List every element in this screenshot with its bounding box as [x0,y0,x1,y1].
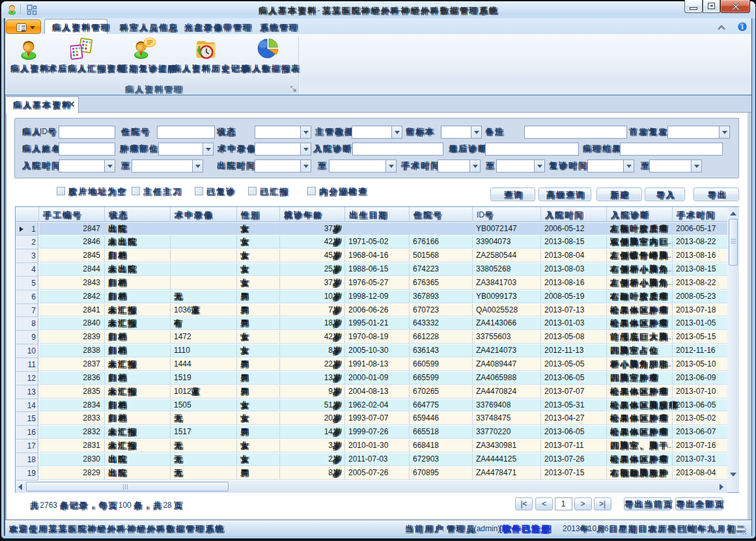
svg-text:i: i [742,23,744,31]
